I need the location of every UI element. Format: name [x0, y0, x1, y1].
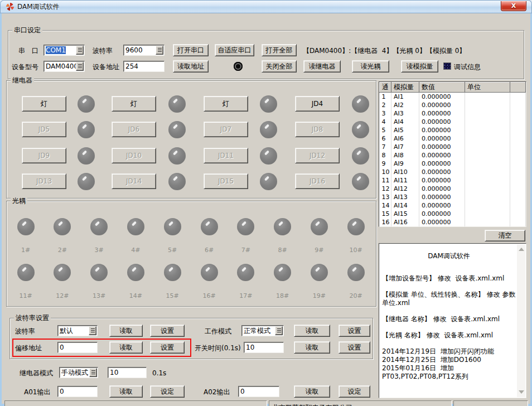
read-opto-button[interactable]: 读光耦: [352, 60, 389, 72]
a02-output-input[interactable]: 0: [238, 386, 279, 397]
table-cell: 0.000000: [419, 160, 465, 168]
table-row[interactable]: 16AI160.000000: [380, 218, 526, 226]
switch-time-input[interactable]: 10: [244, 342, 284, 353]
table-header-row[interactable]: 通 模拟量 数值 单位: [380, 83, 526, 93]
offset-read-button[interactable]: 读取: [109, 341, 143, 354]
auto-adapt-button[interactable]: 自适应串口: [215, 44, 254, 56]
col-header-analog[interactable]: 模拟量: [391, 83, 419, 93]
dropdown-icon[interactable]: [76, 62, 84, 71]
relay-button-2[interactable]: 灯: [112, 96, 156, 112]
table-row[interactable]: 6AI60.000000: [380, 134, 526, 143]
col-header-channel[interactable]: 通: [380, 83, 391, 93]
switch-time-read-button[interactable]: 读取: [294, 341, 330, 354]
device-address-input[interactable]: 254: [123, 61, 165, 72]
col-header-extra[interactable]: [510, 83, 526, 93]
table-row[interactable]: 15AI150.000000: [380, 210, 526, 218]
info-panel[interactable]: DAM调试软件 【增加设备型号】 修改 设备表.xml.xml【模拟量 单位、线…: [379, 243, 526, 398]
table-row[interactable]: 3AI30.000000: [380, 109, 526, 118]
scroll-up-icon[interactable]: [519, 248, 524, 251]
a01-output-input[interactable]: 0: [57, 386, 98, 397]
dropdown-icon[interactable]: [89, 326, 96, 335]
clear-button[interactable]: 清空: [485, 230, 525, 241]
work-mode-select[interactable]: 正常模式: [241, 325, 284, 336]
table-row[interactable]: 1AI10.000000: [380, 93, 526, 101]
col-header-value[interactable]: 数值: [419, 83, 465, 93]
table-cell: AI15: [391, 210, 419, 218]
relay-button-12[interactable]: JD12: [295, 148, 340, 163]
dropdown-icon[interactable]: [89, 368, 97, 377]
debug-info-icon[interactable]: [443, 62, 451, 70]
relay-mode-time-input[interactable]: 10: [108, 367, 147, 378]
open-all-button[interactable]: 打开全部: [262, 44, 297, 56]
col-header-unit[interactable]: 单位: [465, 83, 510, 93]
relay-button-10[interactable]: JD10: [112, 148, 156, 163]
opto-label-14: 14#: [129, 292, 142, 299]
open-port-button[interactable]: 打开串口: [173, 44, 209, 56]
table-cell: 8: [380, 151, 391, 160]
table-row[interactable]: 2AI20.000000: [380, 101, 526, 109]
a01-set-button[interactable]: 设定: [150, 385, 185, 398]
a02-set-button[interactable]: 设定: [338, 385, 370, 398]
relay-button-4[interactable]: JD4: [295, 96, 340, 112]
table-cell: 0.000000: [419, 101, 465, 109]
relay-button-9[interactable]: JD9: [22, 148, 66, 163]
table-row[interactable]: 14AI140.000000: [380, 201, 526, 210]
read-address-button[interactable]: 读取地址: [173, 60, 209, 72]
table-row[interactable]: 5AI50.000000: [380, 126, 526, 134]
table-cell: AI7: [391, 143, 419, 151]
relay-button-3[interactable]: 灯: [204, 96, 248, 112]
relay-button-13[interactable]: JD13: [22, 173, 66, 189]
info-scrollbar[interactable]: [517, 244, 525, 397]
relay-button-15[interactable]: JD15: [204, 173, 248, 189]
a01-read-button[interactable]: 读取: [109, 385, 143, 398]
baud-set-button[interactable]: 设置: [150, 325, 185, 337]
relay-button-16[interactable]: JD16: [295, 173, 340, 189]
close-all-button[interactable]: 关闭全部: [262, 60, 297, 72]
read-relay-button[interactable]: 读继电器: [303, 60, 341, 72]
switch-time-set-button[interactable]: 设置: [338, 341, 370, 354]
offset-input[interactable]: 0: [57, 342, 98, 353]
relay-button-8[interactable]: JD8: [295, 122, 340, 137]
titlebar[interactable]: DAM调试软件 X: [0, 0, 532, 13]
table-row[interactable]: 7AI70.000000: [380, 143, 526, 151]
opto-label-19: 19#: [313, 292, 326, 299]
table-row[interactable]: 13AI130.000000: [380, 193, 526, 201]
opto-channel-13: 13#: [83, 264, 116, 299]
work-mode-set-button[interactable]: 设置: [338, 325, 370, 337]
table-row[interactable]: 10AI100.000000: [380, 168, 526, 176]
dropdown-icon[interactable]: [275, 326, 283, 335]
a02-read-button[interactable]: 读取: [294, 385, 330, 398]
relay-button-5[interactable]: JD5: [22, 122, 66, 137]
table-row[interactable]: 4AI40.000000: [380, 118, 526, 126]
table-cell: [510, 109, 526, 118]
relay-button-14[interactable]: JD14: [112, 173, 156, 189]
baud-setting-select[interactable]: 默认: [57, 325, 98, 336]
debug-info-label: 调试信息: [454, 63, 481, 71]
scroll-down-icon[interactable]: [519, 390, 524, 394]
dropdown-icon[interactable]: [156, 46, 163, 55]
read-analog-button[interactable]: 读模拟量: [401, 60, 438, 72]
analog-table[interactable]: 通 模拟量 数值 单位 1AI10.0000002AI20.0000003AI3…: [379, 81, 526, 227]
close-button[interactable]: X: [501, 1, 526, 11]
table-row[interactable]: 9AI90.000000: [380, 160, 526, 168]
relay-button-7[interactable]: JD7: [204, 122, 248, 137]
table-cell: [510, 185, 526, 193]
baud-read-button[interactable]: 读取: [109, 325, 143, 337]
group-opto: 光耦 1#2#3#4#5#6#7#8#9#10#11#12#13#14#15#1…: [6, 201, 376, 307]
offset-set-button[interactable]: 设置: [150, 341, 185, 354]
relay-button-6[interactable]: JD6: [112, 122, 156, 137]
opto-channel-14: 14#: [119, 264, 152, 299]
table-row[interactable]: 11AI110.000000: [380, 176, 526, 185]
opto-channel-15: 15#: [156, 264, 189, 299]
relay-mode-select[interactable]: 手动模式: [59, 367, 98, 378]
work-mode-read-button[interactable]: 读取: [294, 325, 330, 337]
table-row[interactable]: 12AI120.000000: [380, 185, 526, 193]
table-row[interactable]: 8AI80.000000: [380, 151, 526, 160]
relay-button-1[interactable]: 灯: [22, 96, 66, 112]
baud-select[interactable]: 9600: [123, 45, 165, 56]
relay-button-11[interactable]: JD11: [204, 148, 248, 163]
port-select[interactable]: COM1: [43, 45, 85, 56]
dropdown-icon[interactable]: [76, 46, 84, 55]
table-cell: 3: [380, 109, 391, 118]
model-select[interactable]: DAM0400: [43, 61, 85, 72]
